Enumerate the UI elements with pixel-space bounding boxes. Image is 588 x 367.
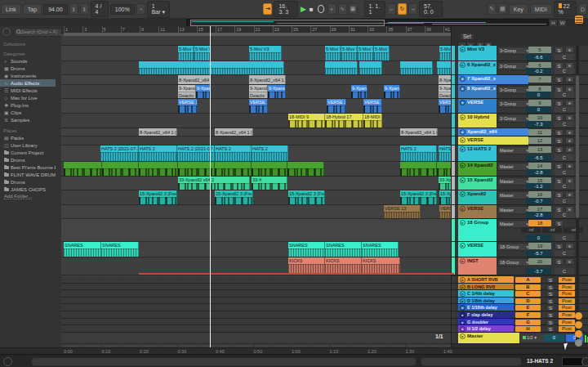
- clip[interactable]: 5-Mini V: [341, 46, 358, 60]
- master-lane[interactable]: [61, 333, 454, 344]
- return-name[interactable]: ▸B LONG RVB: [458, 284, 514, 289]
- pan-field[interactable]: C: [555, 212, 574, 218]
- pre-post-toggle[interactable]: Post: [559, 298, 575, 304]
- track-fold-icon[interactable]: ▸: [460, 298, 466, 303]
- search-input[interactable]: Search (Cmd + F): [14, 28, 65, 37]
- track-header-6[interactable]: ▸10 Hybrid3-Group▾10S-7.3C: [452, 114, 588, 128]
- record-button[interactable]: [318, 5, 324, 13]
- volume-field[interactable]: 0: [526, 106, 551, 113]
- clip[interactable]: 15-Xpandl2 3 (Fre: [215, 190, 253, 204]
- arm-button[interactable]: [565, 137, 574, 144]
- pan-field[interactable]: C: [555, 154, 574, 161]
- track-name[interactable]: ▸7 Xpandl2_x: [458, 75, 528, 84]
- track-header-2[interactable]: ▸6 Xpandl2_x3-Group▾6S-0.2C: [452, 61, 588, 75]
- track-fold-icon[interactable]: ▸: [460, 284, 466, 289]
- clip[interactable]: 9-XpandDeactiv: [249, 85, 268, 98]
- clip[interactable]: [287, 162, 324, 176]
- group-assign-dropdown[interactable]: Master▾: [497, 206, 530, 214]
- solo-button[interactable]: S: [555, 137, 564, 144]
- clip[interactable]: VERSE 1: [249, 99, 268, 113]
- clip[interactable]: 18-MIDI 9: [288, 114, 325, 128]
- volume-field[interactable]: -5.7: [526, 250, 551, 257]
- pre-post-toggle[interactable]: Post: [559, 312, 575, 318]
- computer-midi-keyboard-icon[interactable]: ▦: [498, 3, 507, 15]
- panel-scrollbar[interactable]: [576, 46, 579, 340]
- return-activator[interactable]: F: [515, 312, 541, 318]
- track-header-14[interactable]: ▸18 GroupMaster▾18S0C-inf-inf-inf: [452, 219, 588, 242]
- pan-field[interactable]: C: [555, 68, 574, 74]
- clip[interactable]: VERSE 1: [327, 99, 346, 113]
- return-activator[interactable]: C: [515, 291, 541, 297]
- track-fold-icon[interactable]: ▸: [460, 146, 466, 152]
- arrangement-position-field[interactable]: 16. 3. 3: [274, 1, 297, 17]
- return-header-B[interactable]: ▸B LONG RVBBSPost: [452, 284, 588, 290]
- volume-field[interactable]: -0.7: [526, 198, 551, 204]
- track-name[interactable]: ▸15 Xpandl2: [458, 177, 497, 190]
- clip[interactable]: 8-Xpandl2_x64 1: [178, 75, 211, 84]
- solo-button[interactable]: S: [555, 191, 564, 198]
- browser-item-add-folder-[interactable]: Add Folder...: [0, 193, 56, 200]
- solo-button[interactable]: S: [546, 291, 555, 297]
- return-name[interactable]: ▸D 1/8th delay: [458, 298, 514, 303]
- sends-section-toggle[interactable]: [575, 321, 582, 329]
- pan-field[interactable]: C: [555, 169, 574, 176]
- pan-field[interactable]: C: [555, 92, 574, 98]
- tap-tempo-button[interactable]: Tap: [23, 4, 42, 15]
- track-header-9[interactable]: ▸13 HATS 2Master▾13S-6.5C: [452, 145, 588, 162]
- clip[interactable]: [64, 162, 102, 176]
- arm-button[interactable]: [565, 243, 574, 249]
- track-fold-icon[interactable]: ▸: [460, 291, 466, 297]
- clip[interactable]: 9-Xpand: [268, 85, 286, 98]
- group-assign-dropdown[interactable]: 3-Group▾: [497, 100, 530, 108]
- track-fold-icon[interactable]: ▸: [460, 305, 466, 311]
- browser-collapse-icon[interactable]: [2, 28, 11, 36]
- track-fold-icon[interactable]: ▸: [460, 320, 466, 324]
- track-header-10[interactable]: ▸14 Xpandl2Master▾14S-2.8C: [452, 162, 588, 177]
- volume-field[interactable]: -1.2: [526, 183, 551, 190]
- clip[interactable]: VERSE 1: [178, 99, 198, 113]
- return-name[interactable]: ▸G doubler: [458, 319, 514, 324]
- track-name[interactable]: ▸VERSE: [458, 205, 497, 218]
- hamburger-menu-icon[interactable]: [575, 16, 583, 24]
- browser-item-clips[interactable]: ▣Clips: [0, 109, 56, 116]
- pan-field[interactable]: C: [555, 121, 574, 128]
- automation-arm-icon[interactable]: ∿: [338, 3, 347, 15]
- track-fold-icon[interactable]: ▸: [460, 243, 466, 248]
- volume-field[interactable]: -0.2: [526, 68, 551, 74]
- arm-button[interactable]: [565, 76, 574, 83]
- arm-button[interactable]: [565, 114, 574, 121]
- browser-item-current-project[interactable]: Current Project: [0, 149, 56, 156]
- clip[interactable]: 9-Xpand: [196, 85, 211, 98]
- solo-button[interactable]: S: [546, 284, 555, 290]
- browser-item-james-chops[interactable]: JAMES CHOPS: [0, 186, 56, 193]
- solo-button[interactable]: S: [546, 305, 555, 311]
- track-fold-icon[interactable]: ▸: [460, 114, 466, 120]
- track-name[interactable]: ▸Mini V3: [458, 46, 497, 60]
- track-fold-icon[interactable]: ▸: [460, 277, 466, 283]
- track-lane-6[interactable]: [61, 114, 454, 128]
- track-name[interactable]: ▸13 HATS 2: [458, 145, 497, 161]
- return-lane-G[interactable]: [61, 319, 454, 325]
- return-lane-A[interactable]: [61, 276, 454, 284]
- track-fold-icon[interactable]: ▸: [460, 326, 466, 332]
- clip[interactable]: [400, 162, 437, 176]
- return-header-A[interactable]: ▸A SHORT RVBASPost: [452, 276, 588, 284]
- track-activator[interactable]: 13: [528, 146, 551, 153]
- return-header-E[interactable]: ▸E 1/16th delayESPost: [452, 304, 588, 311]
- clip[interactable]: 8-Xpandl2_x64 1 (: [215, 128, 253, 136]
- tempo-field[interactable]: 94.00: [43, 4, 68, 15]
- solo-button[interactable]: S: [546, 298, 555, 304]
- track-lane-7[interactable]: [61, 128, 454, 137]
- solo-button[interactable]: S: [555, 146, 564, 153]
- track-name[interactable]: ▸INST: [458, 257, 497, 275]
- clip[interactable]: 9-Xpand: [384, 85, 400, 98]
- clip[interactable]: 5-Mini V: [374, 46, 390, 60]
- track-name[interactable]: ▸Xpandl2_x64: [458, 128, 528, 136]
- loop-length-field[interactable]: 57. 0. 0: [419, 1, 443, 17]
- solo-button[interactable]: S: [555, 114, 564, 121]
- track-header-7[interactable]: ▸Xpandl2_x6411S: [452, 128, 588, 137]
- follow-button[interactable]: ⇥: [263, 3, 272, 15]
- track-name[interactable]: ▸8 Xpandl2_x: [458, 85, 497, 98]
- track-name[interactable]: ▸Xpandl2: [458, 190, 497, 204]
- track-fold-icon[interactable]: ▸: [460, 100, 466, 105]
